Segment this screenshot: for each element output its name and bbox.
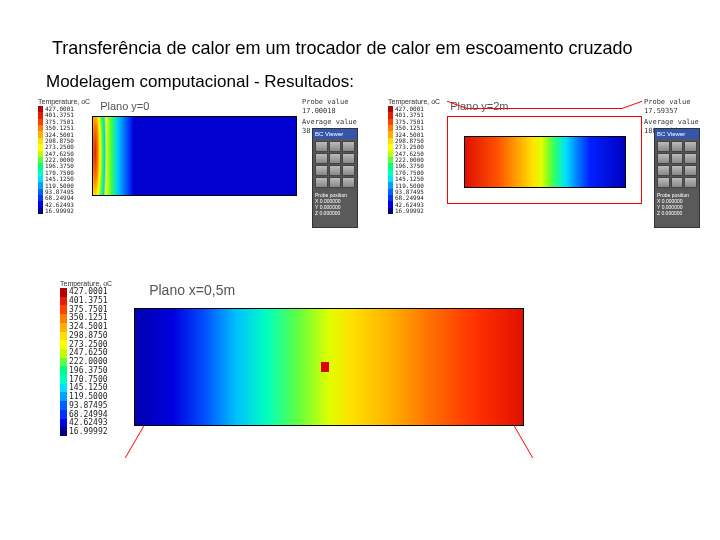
viewer-title: BC Viewer	[313, 129, 357, 139]
plot-y2m: Plano y=2m	[442, 98, 662, 213]
tool-button[interactable]	[684, 141, 697, 152]
legend-heading: Temperature, oC	[38, 98, 90, 105]
tool-button[interactable]	[342, 153, 355, 164]
bc-viewer-1[interactable]: BC Viewer Probe position X 0.000000 Y 0.…	[312, 128, 358, 228]
plot-y0: Plano y=0	[92, 98, 312, 213]
probe-position: Probe position X 0.000000 Y 0.000000 Z 0…	[655, 190, 699, 218]
probe-label: Probe value	[644, 98, 699, 106]
tool-button[interactable]	[657, 165, 670, 176]
perspective-top	[467, 108, 622, 109]
tool-button[interactable]	[329, 141, 342, 152]
persp-line	[445, 426, 533, 458]
legend-1: Temperature, oC 427.0001401.3751375.7501…	[38, 98, 90, 214]
legend-heading: Temperature, oC	[388, 98, 440, 105]
tool-button[interactable]	[342, 141, 355, 152]
legend-3: Temperature, oC 427.0001401.3751375.7501…	[60, 280, 112, 470]
panel-y2m: Temperature, oC 427.0001401.3751375.7501…	[388, 98, 662, 214]
panel-y0: Temperature, oC 427.0001401.3751375.7501…	[38, 98, 312, 214]
coord-z: Z 0.000000	[657, 210, 697, 216]
legend-values: 427.0001401.3751375.7501350.1251324.5001…	[45, 106, 74, 214]
plot-visualization	[134, 308, 524, 426]
probe-label: Probe value	[302, 98, 357, 106]
tool-button[interactable]	[329, 177, 342, 188]
legend-colorbar	[388, 106, 393, 214]
plot-visualization	[92, 116, 297, 196]
panel-x05m: Temperature, oC 427.0001401.3751375.7501…	[60, 280, 544, 470]
bc-viewer-2[interactable]: BC Viewer Probe position X 0.000000 Y 0.…	[654, 128, 700, 228]
tool-button[interactable]	[671, 165, 684, 176]
tool-button[interactable]	[342, 177, 355, 188]
plot-x05m: Plano x=0,5m	[114, 280, 544, 470]
tool-button[interactable]	[315, 165, 328, 176]
persp-line	[125, 426, 213, 458]
tool-button[interactable]	[329, 165, 342, 176]
persp-line	[622, 101, 642, 116]
legend-values: 427.0001401.3751375.7501350.1251324.5001…	[69, 288, 108, 436]
legend-values: 427.0001401.3751375.7501350.1251324.5001…	[395, 106, 424, 214]
plot-label: Plano x=0,5m	[149, 282, 235, 298]
coord-z: Z 0.000000	[315, 210, 355, 216]
page-subtitle: Modelagem computacional - Resultados:	[46, 72, 354, 92]
viewer-buttons	[313, 139, 357, 190]
legend-colorbar	[38, 106, 43, 214]
legend-colorbar	[60, 288, 67, 436]
legend-heading: Temperature, oC	[60, 280, 112, 287]
probe-value: 17.00018	[302, 107, 357, 115]
tool-button[interactable]	[684, 153, 697, 164]
tool-button[interactable]	[671, 141, 684, 152]
viewer-buttons	[655, 139, 699, 190]
tool-button[interactable]	[329, 153, 342, 164]
plot-visualization	[464, 136, 626, 188]
legend-2: Temperature, oC 427.0001401.3751375.7501…	[388, 98, 440, 214]
tool-button[interactable]	[684, 177, 697, 188]
probe-value: 17.59357	[644, 107, 699, 115]
tool-button[interactable]	[671, 153, 684, 164]
viewer-title: BC Viewer	[655, 129, 699, 139]
probe-position: Probe position X 0.000000 Y 0.000000 Z 0…	[313, 190, 357, 218]
avg-label: Average value	[644, 118, 699, 126]
page-title: Transferência de calor em um trocador de…	[52, 38, 633, 59]
tool-button[interactable]	[671, 177, 684, 188]
probe-marker	[321, 362, 329, 372]
avg-label: Average value	[302, 118, 357, 126]
tool-button[interactable]	[657, 153, 670, 164]
tool-button[interactable]	[684, 165, 697, 176]
tool-button[interactable]	[657, 141, 670, 152]
tool-button[interactable]	[657, 177, 670, 188]
tool-button[interactable]	[342, 165, 355, 176]
tool-button[interactable]	[315, 141, 328, 152]
tool-button[interactable]	[315, 177, 328, 188]
tool-button[interactable]	[315, 153, 328, 164]
plot-label: Plano y=0	[100, 100, 149, 112]
